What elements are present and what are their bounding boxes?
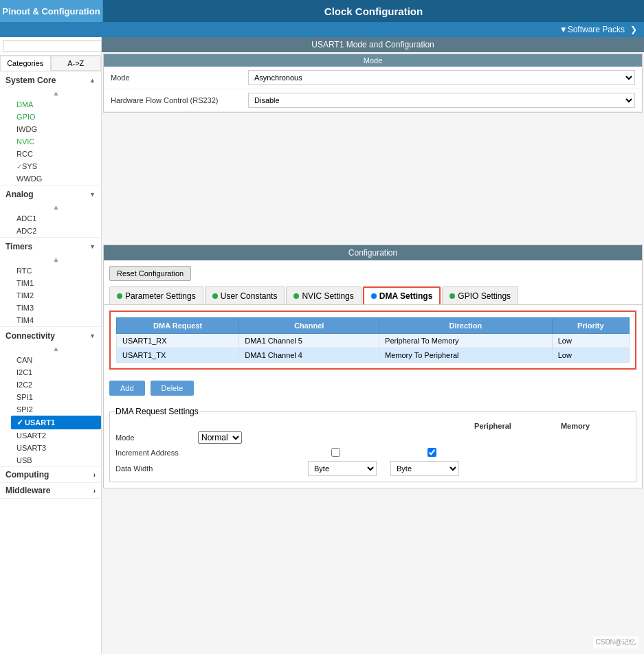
tab-az[interactable]: A->Z: [51, 56, 102, 71]
channel-cell: DMA1 Channel 4: [239, 348, 379, 363]
increment-address-label: Increment Address: [115, 449, 308, 457]
table-row[interactable]: USART1_TX DMA1 Channel 4 Memory To Perip…: [117, 348, 630, 363]
timers-items: ▲ RTC TIM1 TIM2 TIM3 TIM4: [0, 254, 101, 326]
action-buttons: Add Delete: [104, 375, 642, 401]
memory-increment-check[interactable]: [404, 448, 459, 457]
middleware-header[interactable]: Middleware ›: [0, 483, 101, 498]
sidebar-item-adc1[interactable]: ADC1: [11, 212, 101, 225]
section-analog-header[interactable]: Analog ▼: [0, 185, 101, 202]
dma-request-settings: DMA Request Settings Peripheral Memory M…: [109, 407, 636, 482]
watermark: CSDN@记忆: [593, 636, 639, 649]
sidebar-item-rcc[interactable]: RCC: [11, 148, 101, 160]
sidebar-item-sys[interactable]: SYS: [11, 160, 101, 172]
scroll-up-analog-icon: ▲: [11, 202, 101, 212]
mode-section: Mode Mode Asynchronous Hardware Flow Con…: [103, 54, 643, 113]
clock-tab[interactable]: Clock Configuration: [103, 0, 644, 22]
memory-data-width-select[interactable]: Byte Half Word Word: [390, 461, 459, 476]
tab-dma-settings[interactable]: DMA Settings: [363, 286, 441, 304]
dma-request-cell: USART1_TX: [117, 348, 239, 363]
priority-cell: Low: [552, 334, 629, 348]
data-width-label: Data Width: [115, 464, 308, 473]
hardware-flow-label: Hardware Flow Control (RS232): [111, 96, 248, 104]
reset-btn-area: Reset Configuration: [104, 260, 642, 286]
connectivity-items: ▲ CAN I2C1 I2C2 SPI1 SPI2 ✓USART1 USART2…: [0, 343, 101, 466]
sidebar-item-can[interactable]: CAN: [11, 354, 101, 366]
reset-configuration-button[interactable]: Reset Configuration: [109, 266, 191, 281]
sidebar-item-i2c2[interactable]: I2C2: [11, 379, 101, 391]
peripheral-col-header: Peripheral: [452, 422, 534, 430]
sidebar-item-spi2[interactable]: SPI2: [11, 403, 101, 416]
software-packs-label: Software Packs: [568, 25, 625, 34]
data-width-row: Data Width Byte Half Word Word Byte Half…: [115, 461, 630, 476]
mode-row: Mode Asynchronous: [104, 67, 642, 89]
section-timers-header[interactable]: Timers ▼: [0, 238, 101, 254]
mode-normal-select[interactable]: Normal Circular: [198, 431, 242, 444]
memory-checkbox[interactable]: [428, 448, 436, 457]
sidebar-item-rtc[interactable]: RTC: [11, 264, 101, 277]
peripheral-data-width-select[interactable]: Byte Half Word Word: [308, 461, 377, 476]
sidebar-item-dma[interactable]: DMA: [11, 98, 101, 111]
section-connectivity-header[interactable]: Connectivity ▼: [0, 327, 101, 343]
sidebar-item-tim4[interactable]: TIM4: [11, 314, 101, 326]
sidebar-item-tim1[interactable]: TIM1: [11, 277, 101, 289]
table-row[interactable]: USART1_RX DMA1 Channel 5 Peripheral To M…: [117, 334, 630, 348]
search-input[interactable]: [3, 40, 102, 52]
config-section: Configuration Reset Configuration Parame…: [103, 245, 643, 488]
sidebar-item-spi1[interactable]: SPI1: [11, 391, 101, 403]
chevron-right-icon: ❯: [630, 25, 637, 34]
sidebar-item-iwdg[interactable]: IWDG: [11, 123, 101, 135]
caret-computing-icon: ›: [93, 471, 96, 479]
sidebar-item-wwdg[interactable]: WWDG: [11, 172, 101, 185]
section-computing: Computing ›: [0, 467, 101, 483]
software-packs-bar[interactable]: ▼ Software Packs ❯: [0, 22, 644, 37]
table-header-row: DMA Request Channel Direction Priority: [117, 318, 630, 334]
caret-icon: ▲: [89, 77, 96, 84]
sidebar-item-usart3[interactable]: USART3: [11, 442, 101, 454]
dma-request-cell: USART1_RX: [117, 334, 239, 348]
tab-parameter-settings[interactable]: Parameter Settings: [109, 286, 203, 304]
tab-dot-icon: [212, 293, 218, 299]
mode-label: Mode: [111, 74, 248, 82]
tab-user-constants[interactable]: User Constants: [205, 286, 285, 304]
sidebar-item-usb[interactable]: USB: [11, 454, 101, 466]
sidebar: ▼ ⚙ Categories A->Z System Core ▲ ▲ DMA …: [0, 37, 102, 654]
sidebar-item-nvic[interactable]: NVIC: [11, 135, 101, 148]
tab-gpio-settings[interactable]: GPIO Settings: [442, 286, 518, 304]
tab-dot-active-icon: [371, 293, 377, 299]
scroll-up-icon: ▲: [11, 88, 101, 98]
tab-dot-icon: [117, 293, 122, 299]
caret-analog-icon: ▼: [89, 191, 96, 198]
section-system-core-header[interactable]: System Core ▲: [0, 71, 101, 88]
main-layout: ▼ ⚙ Categories A->Z System Core ▲ ▲ DMA …: [0, 37, 644, 654]
analog-items: ▲ ADC1 ADC2: [0, 202, 101, 237]
increment-checkboxes: [308, 448, 459, 457]
top-bar: Pinout & Configuration Clock Configurati…: [0, 0, 644, 22]
sidebar-item-tim2[interactable]: TIM2: [11, 289, 101, 302]
mode-select-area: Normal Circular: [198, 431, 242, 444]
col-priority: Priority: [552, 318, 629, 334]
sidebar-item-usart2[interactable]: USART2: [11, 429, 101, 442]
mode-select-wrapper: Asynchronous: [248, 70, 635, 85]
delete-button[interactable]: Delete: [151, 381, 195, 396]
sidebar-item-tim3[interactable]: TIM3: [11, 302, 101, 314]
sidebar-item-i2c1[interactable]: I2C1: [11, 366, 101, 379]
peripheral-checkbox[interactable]: [331, 448, 340, 457]
tab-nvic-settings[interactable]: NVIC Settings: [286, 286, 361, 304]
dma-table: DMA Request Channel Direction Priority U…: [116, 317, 630, 363]
sidebar-item-adc2[interactable]: ADC2: [11, 225, 101, 237]
hardware-flow-select[interactable]: Disable: [248, 93, 635, 108]
sidebar-item-gpio[interactable]: GPIO: [11, 111, 101, 123]
sidebar-search-area: ▼ ⚙: [0, 37, 101, 56]
computing-header[interactable]: Computing ›: [0, 467, 101, 482]
chevron-down-icon: ▼: [559, 25, 568, 34]
pinout-tab[interactable]: Pinout & Configuration: [0, 0, 103, 22]
peripheral-increment-check[interactable]: [308, 448, 363, 457]
mode-select[interactable]: Asynchronous: [248, 70, 635, 85]
add-button[interactable]: Add: [109, 381, 145, 396]
dma-request-settings-title: DMA Request Settings: [115, 407, 199, 416]
tab-categories[interactable]: Categories: [0, 56, 51, 71]
col-direction: Direction: [379, 318, 553, 334]
config-header: Configuration: [104, 245, 642, 260]
channel-cell: DMA1 Channel 5: [239, 334, 379, 348]
sidebar-item-usart1[interactable]: ✓USART1: [11, 416, 101, 429]
